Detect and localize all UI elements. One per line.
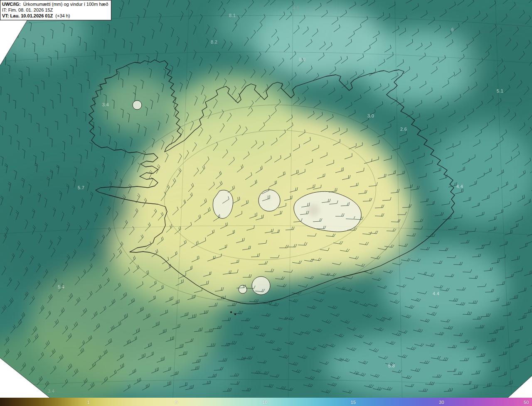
- lead-time: (+34 h): [55, 13, 70, 18]
- wind-barbs-layer: [0, 0, 532, 406]
- colorbar-tick-label: 1: [87, 400, 89, 405]
- colorbar-tick-label: 5: [175, 400, 178, 405]
- model-label: UWC/IG:: [2, 2, 21, 7]
- init-time-line: IT: Fim. 08. 01. 2026 15Z: [2, 7, 108, 13]
- wind-barb-icon: [0, 0, 532, 393]
- colorbar-tick-label: 15: [351, 400, 356, 405]
- valid-time-line: VT: Lau. 10.01.2026 01Z (+34 h): [2, 13, 108, 19]
- init-time: IT: Fim. 08. 01. 2026 15Z: [2, 7, 53, 12]
- colorbar-tick-label: 50: [524, 400, 529, 405]
- forecast-info-box: UWC/IG: Úrkomumætti (mm) og vindur í 100…: [0, 0, 111, 20]
- valid-time: VT: Lau. 10.01.2026 01Z: [2, 13, 53, 18]
- product-title-line: UWC/IG: Úrkomumætti (mm) og vindur í 100…: [2, 1, 108, 7]
- colorbar-tick-label: 10: [262, 400, 267, 405]
- colorbar-tick-label: 30: [439, 400, 444, 405]
- colorbar: 1510153050: [0, 398, 532, 406]
- weather-map-app: 4.68.18.28.065.13.43.02.65.74.45.44.45.8…: [0, 0, 532, 406]
- product-title: Úrkomumætti (mm) og vindur í 100m hæð: [23, 2, 108, 7]
